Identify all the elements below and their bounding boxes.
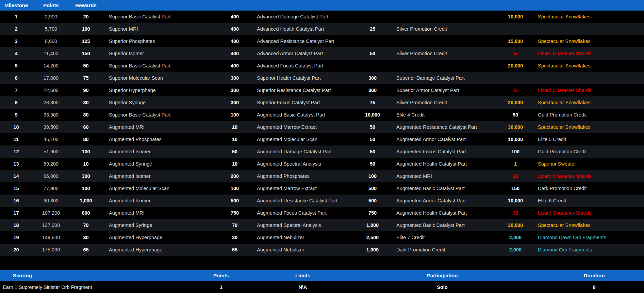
reward-qty: 30 <box>503 207 527 219</box>
points-value: 77,900 <box>32 182 70 195</box>
reward-qty: 25 <box>361 23 384 35</box>
reward-name: Advanced Damage Catalyst Part <box>248 11 361 23</box>
reward-name: Augmented Spectral Analysis <box>248 219 361 231</box>
reward-name: Spectacular Snowflakes <box>527 35 644 47</box>
reward-qty: 5 <box>503 47 527 60</box>
reward-qty: 30,000 <box>503 219 527 231</box>
milestone-number: 6 <box>0 72 32 84</box>
milestone-header-row: Milestone Points Rewards <box>0 0 644 11</box>
scoring-description: Earn 1 Supremely Sinister Orb Fragment <box>0 284 177 290</box>
reward-qty: 70 <box>70 219 102 231</box>
reward-qty: 300 <box>221 72 248 84</box>
milestone-number: 3 <box>0 35 32 47</box>
milestone-column-header: Milestone <box>0 2 32 8</box>
reward-qty: 100 <box>70 145 102 158</box>
reward-qty: 500 <box>361 195 384 207</box>
reward-name: Spectacular Snowflakes <box>527 11 644 23</box>
reward-qty: 200 <box>221 170 248 182</box>
table-row: 411,400150Superior Isomer400Advanced Arm… <box>0 47 644 60</box>
reward-name: Augmented Resistance Catalyst Part <box>248 195 361 207</box>
points-value: 14,200 <box>32 60 70 72</box>
table-row: 514,20050Superior Basic Catalyst Part400… <box>0 60 644 72</box>
reward-qty: 75 <box>70 72 102 84</box>
points-value: 90,300 <box>32 195 70 207</box>
reward-qty: 80 <box>70 109 102 121</box>
reward-qty: 50 <box>70 60 102 72</box>
reward-name: Superior Focus Catalyst Part <box>248 96 361 109</box>
milestone-number: 19 <box>0 231 32 244</box>
reward-qty: 100 <box>503 145 527 158</box>
reward-name: Gold Promotion Credit <box>527 145 644 158</box>
table-row: 1145,10080Augmented Phosphates10Augmente… <box>0 133 644 145</box>
reward-qty: 10 <box>221 158 248 170</box>
milestone-number: 18 <box>0 219 32 231</box>
reward-name: Augmented Focus Catalyst Part <box>248 207 361 219</box>
milestone-number: 2 <box>0 23 32 35</box>
reward-name: Augmented MRI <box>384 170 503 182</box>
reward-name: Gold Promotion Credit <box>527 109 644 121</box>
limits-column-header: Limits <box>265 273 340 278</box>
reward-name: Augmented Hyperphage <box>102 231 221 244</box>
reward-qty: 10,000 <box>503 11 527 23</box>
reward-name: Augmented Health Catalyst Part <box>384 207 503 219</box>
reward-qty: 750 <box>361 207 384 219</box>
reward-name: Superior Syringe <box>102 96 221 109</box>
table-row: 19149,60030Augmented Hyperphage30Augment… <box>0 231 644 244</box>
reward-name: Lizard Character Shards <box>527 47 644 60</box>
reward-qty: 100 <box>70 23 102 35</box>
points-value: 45,100 <box>32 133 70 145</box>
points-value: 8,600 <box>32 35 70 47</box>
reward-name: Superior Health Catalyst Part <box>248 72 361 84</box>
reward-name: Augmented Marrow Extract <box>248 182 361 195</box>
table-row: 617,00075Superior Molecular Scan300Super… <box>0 72 644 84</box>
reward-qty: 400 <box>221 23 248 35</box>
reward-name: Augmented Armor Catalyst Part <box>384 133 503 145</box>
scoring-row: Earn 1 Supremely Sinister Orb Fragment 1… <box>0 281 644 293</box>
reward-qty: 30 <box>70 96 102 109</box>
reward-qty: 600 <box>70 207 102 219</box>
milestone-number: 8 <box>0 96 32 109</box>
points-value: 127,000 <box>32 219 70 231</box>
milestone-number: 11 <box>0 133 32 145</box>
reward-name: Augmented Nebulizer <box>248 231 361 244</box>
reward-name: Augmented Molecular Scan <box>102 182 221 195</box>
reward-qty: 400 <box>221 47 248 60</box>
reward-name: Advanced Armor Catalyst Part <box>248 47 361 60</box>
reward-name: Augmented Marrow Extract <box>248 121 361 133</box>
reward-name: Augmented Health Catalyst Part <box>384 158 503 170</box>
reward-name: Superior Molecular Scan <box>102 72 221 84</box>
reward-name: Superior Basic Catalyst Part <box>102 11 221 23</box>
reward-qty: 100 <box>361 170 384 182</box>
reward-qty: 50 <box>221 145 248 158</box>
scoring-participation: Solo <box>340 284 544 290</box>
reward-qty: 20,000 <box>503 96 527 109</box>
reward-name: Lizard Character Shards <box>527 170 644 182</box>
reward-name: Superior Sweater <box>527 158 644 170</box>
table-row: 1466,000300Augmented Isomer200Augmented … <box>0 170 644 182</box>
reward-name: Elite 6 Credit <box>527 195 644 207</box>
reward-name: Augmented Resistance Catalyst Part <box>384 121 503 133</box>
reward-qty: 1,000 <box>361 219 384 231</box>
reward-name: Advanced Health Catalyst Part <box>248 23 361 35</box>
reward-name: Dark Promotion Credit <box>527 182 644 195</box>
milestone-number: 10 <box>0 121 32 133</box>
reward-qty: 30 <box>70 231 102 244</box>
reward-qty: 2,500 <box>361 231 384 244</box>
reward-name: Augmented Phosphates <box>102 133 221 145</box>
table-row: 828,30030Superior Syringe300Superior Foc… <box>0 96 644 109</box>
reward-name: Augmented Hyperphage <box>102 244 221 256</box>
reward-qty: 300 <box>361 84 384 96</box>
reward-qty: 2,000 <box>503 231 527 244</box>
scoring-column-header: Scoring <box>0 273 177 278</box>
reward-qty: 65 <box>221 244 248 256</box>
table-row: 1690,3001,000Augmented Isomer500Augmente… <box>0 195 644 207</box>
milestone-number: 15 <box>0 182 32 195</box>
milestone-number: 20 <box>0 244 32 256</box>
scoring-header-row: Scoring Points Limits Participation Dura… <box>0 270 644 281</box>
table-row: 12,90020Superior Basic Catalyst Part400A… <box>0 11 644 23</box>
reward-name: Spectacular Snowflakes <box>527 96 644 109</box>
reward-name: Elite 4 Credit <box>384 109 503 121</box>
reward-qty: 50 <box>361 121 384 133</box>
reward-name: Augmented Syringe <box>102 219 221 231</box>
points-column-header: Points <box>32 2 70 8</box>
